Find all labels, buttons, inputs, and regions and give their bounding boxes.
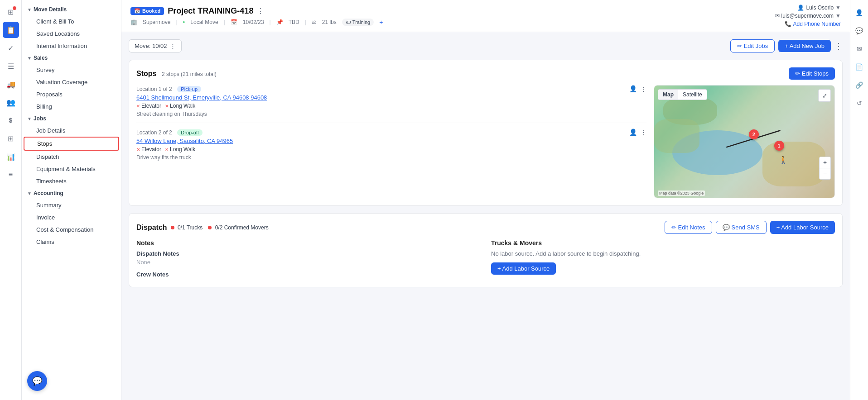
dollar-nav-icon[interactable]: $ — [3, 112, 19, 129]
chat-floating-button[interactable]: 💬 — [27, 371, 47, 391]
stop-2-label: Location 2 of 2 — [136, 129, 172, 136]
right-chat-icon[interactable]: 💬 — [852, 24, 867, 38]
stops-list: Location 1 of 2 Pick-up 👤 ⋮ 6401 Shellmo… — [136, 85, 646, 198]
right-refresh-icon[interactable]: ↺ — [852, 96, 867, 110]
right-person-icon[interactable]: 👤 — [852, 5, 867, 20]
right-link-icon[interactable]: 🔗 — [852, 78, 867, 92]
right-sidebar: 👤 💬 ✉ 📄 🔗 ↺ — [850, 0, 868, 400]
map-zoom-out[interactable]: − — [820, 168, 830, 179]
accounting-section[interactable]: ▼ Accounting — [22, 187, 121, 199]
nav-dispatch[interactable]: Dispatch — [24, 151, 119, 163]
dispatch-trucks-panel: Trucks & Movers No labor source. Add a l… — [491, 239, 835, 280]
project-weight: 21 lbs — [322, 19, 337, 25]
dispatch-title: Dispatch — [136, 224, 167, 232]
project-menu-icon[interactable]: ⋮ — [257, 7, 264, 15]
stop-1-label-group: Location 1 of 2 Pick-up — [136, 86, 201, 92]
sales-chevron: ▼ — [27, 56, 32, 61]
stop-1-person-icon[interactable]: 👤 — [629, 85, 637, 92]
add-new-job-button[interactable]: + Add New Job — [778, 40, 831, 52]
add-phone[interactable]: Add Phone Number — [793, 21, 841, 27]
map-zoom-in[interactable]: + — [820, 157, 830, 168]
stop-1-address[interactable]: 6401 Shellmound St, Emeryville, CA 94608… — [136, 94, 646, 101]
nav-equipment[interactable]: Equipment & Materials — [24, 163, 119, 175]
move-bar-right: ✏ Edit Jobs + Add New Job ⋮ — [730, 39, 843, 52]
nav-claims[interactable]: Claims — [24, 236, 119, 248]
status-badge: 📅 Booked — [130, 7, 164, 15]
stop-1-tags: ✕ Elevator ✕ Long Walk — [136, 103, 646, 109]
calendar-icon-sm: 📅 — [134, 8, 140, 14]
dispatch-notes-label: Dispatch Notes — [136, 250, 480, 257]
move-date-label: Move: 10/02 — [135, 43, 167, 49]
edit-notes-button[interactable]: ✏ Edit Notes — [665, 221, 712, 234]
right-document-icon[interactable]: 📄 — [852, 60, 867, 74]
map-background: 1 2 🚶 — [654, 86, 834, 198]
stop-2-address[interactable]: 54 Willow Lane, Sausalito, CA 94965 — [136, 138, 646, 144]
add-tag-icon[interactable]: + — [379, 19, 383, 26]
right-mail-icon[interactable]: ✉ — [852, 42, 867, 56]
stop-2-tag-longwalk: ✕ Long Walk — [165, 146, 195, 152]
stop-item-1: Location 1 of 2 Pick-up 👤 ⋮ 6401 Shellmo… — [136, 85, 646, 123]
list-nav-icon[interactable]: ☰ — [3, 58, 19, 74]
email-row: ✉ luis@supermove.com ▼ — [775, 13, 841, 19]
nav-internal-info[interactable]: Internal Information — [24, 40, 119, 52]
send-sms-button[interactable]: 💬 Send SMS — [716, 221, 767, 234]
nav-survey[interactable]: Survey — [24, 64, 119, 76]
check-nav-icon[interactable]: ✓ — [3, 40, 19, 56]
nav-client-bill[interactable]: Client & Bill To — [24, 15, 119, 28]
accounting-label: Accounting — [34, 190, 63, 196]
stop-1-menu-icon[interactable]: ⋮ — [641, 86, 646, 92]
add-labor-source-header-button[interactable]: + Add Labor Source — [770, 221, 835, 234]
map-route-line — [654, 86, 834, 198]
nav-stops[interactable]: Stops — [24, 137, 119, 151]
grid-nav-icon[interactable]: ⊞ — [3, 130, 19, 147]
lines-nav-icon[interactable]: ≡ — [3, 167, 19, 183]
nav-invoice[interactable]: Invoice — [24, 211, 119, 224]
nav-cost-compensation[interactable]: Cost & Compensation — [24, 224, 119, 236]
nav-job-details[interactable]: Job Details — [24, 124, 119, 137]
dispatch-notes-panel: Notes Dispatch Notes None Crew Notes — [136, 239, 480, 280]
edit-jobs-button[interactable]: ✏ Edit Jobs — [730, 39, 775, 52]
nav-summary[interactable]: Summary — [24, 199, 119, 211]
people-nav-icon[interactable]: 👥 — [3, 94, 19, 110]
move-details-section[interactable]: ▼ Move Details — [22, 4, 121, 15]
dispatch-card: Dispatch 0/1 Trucks 0/2 Confirmed Movers — [129, 213, 843, 287]
email-dropdown-icon[interactable]: ▼ — [835, 13, 841, 19]
map-tab-satellite[interactable]: Satellite — [678, 90, 707, 100]
truck-nav-icon[interactable]: 🚚 — [3, 76, 19, 92]
pencil-icon: ✏ — [737, 43, 742, 49]
user-dropdown-icon[interactable]: ▼ — [835, 5, 841, 11]
user-row: 👤 Luis Osorio ▼ — [797, 5, 841, 11]
phone-icon: 📞 — [785, 21, 791, 27]
map-person-icon: 🚶 — [779, 156, 788, 164]
nav-proposals[interactable]: Proposals — [24, 88, 119, 100]
jobs-label: Jobs — [34, 115, 46, 122]
calendar-nav-icon[interactable]: 📋 — [3, 22, 19, 38]
stop-2-person-icon[interactable]: 👤 — [629, 129, 637, 136]
add-labor-source-button[interactable]: + Add Labor Source — [491, 262, 556, 275]
map-zoom-controls: + − — [819, 157, 831, 180]
chart-nav-icon[interactable]: 📊 — [3, 148, 19, 165]
move-kebab-icon[interactable]: ⋮ — [170, 43, 176, 49]
move-date-button[interactable]: Move: 10/02 ⋮ — [129, 39, 182, 52]
jobs-section[interactable]: ▼ Jobs — [22, 113, 121, 124]
phone-row: 📞 Add Phone Number — [785, 21, 841, 27]
home-nav-icon[interactable]: ⊞ — [3, 4, 19, 20]
stop-1-badge: Pick-up — [177, 86, 201, 92]
notes-section-title: Notes — [136, 239, 480, 247]
sales-section[interactable]: ▼ Sales — [22, 52, 121, 64]
stop-2-label-group: Location 2 of 2 Drop-off — [136, 129, 203, 136]
map-expand-button[interactable]: ⤢ — [818, 89, 831, 102]
nav-saved-locations[interactable]: Saved Locations — [24, 28, 119, 40]
stop-2-tag-elevator: ✕ Elevator — [136, 146, 161, 152]
nav-timesheets[interactable]: Timesheets — [24, 175, 119, 187]
stop-2-menu-icon[interactable]: ⋮ — [641, 129, 646, 136]
project-time: TBD — [289, 19, 299, 25]
map-tab-map[interactable]: Map — [658, 90, 678, 100]
dispatch-title-row: Dispatch 0/1 Trucks 0/2 Confirmed Movers — [136, 224, 269, 232]
nav-billing[interactable]: Billing — [24, 100, 119, 113]
more-options-icon[interactable]: ⋮ — [834, 41, 843, 51]
user-name: Luis Osorio — [806, 5, 834, 11]
nav-valuation[interactable]: Valuation Coverage — [24, 76, 119, 88]
stop-1-tag-longwalk: ✕ Long Walk — [165, 103, 195, 109]
edit-stops-button[interactable]: ✏ Edit Stops — [789, 67, 835, 80]
